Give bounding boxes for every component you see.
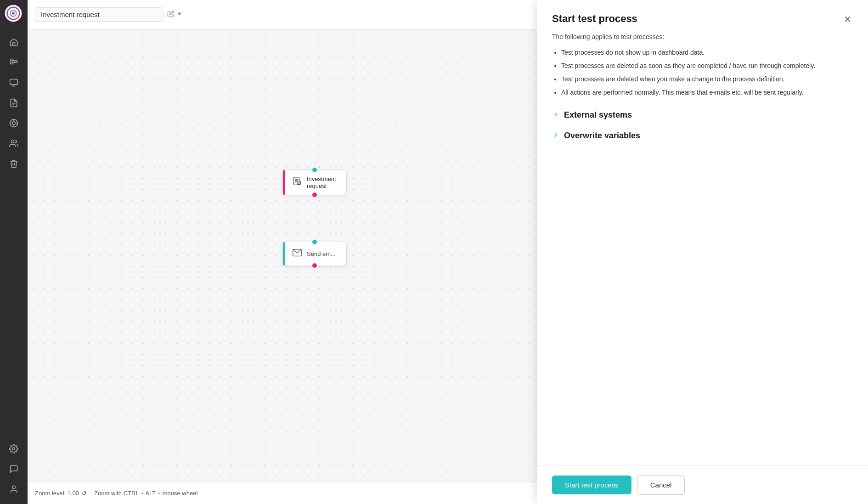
sidebar-item-home[interactable] — [6, 34, 22, 51]
external-systems-section[interactable]: External systems — [552, 108, 853, 122]
node-top-dot-2 — [312, 240, 317, 244]
overwrite-variables-section[interactable]: Overwrite variables — [552, 129, 853, 142]
node-bottom-dot — [312, 193, 317, 197]
zoom-hint-text: Zoom with CTRL + ALT + mouse wheel — [94, 490, 197, 497]
svg-rect-31 — [297, 181, 300, 184]
process-node-investment[interactable]: Investmentrequest — [282, 170, 347, 195]
node-bottom-dot-2 — [312, 263, 317, 268]
list-item: Test processes are deleted when you make… — [561, 74, 853, 84]
sidebar-item-users[interactable] — [6, 135, 22, 152]
sidebar-item-profile[interactable] — [6, 481, 22, 498]
overwrite-variables-label: Overwrite variables — [564, 131, 640, 141]
sidebar — [0, 0, 28, 504]
sidebar-item-settings[interactable] — [6, 441, 22, 457]
external-systems-label: External systems — [564, 110, 632, 120]
sidebar-item-processes[interactable] — [6, 54, 22, 71]
list-item: All actions are performed normally. This… — [561, 88, 853, 97]
svg-point-20 — [11, 140, 14, 143]
start-test-process-button[interactable]: Start test process — [552, 476, 631, 494]
svg-rect-4 — [11, 59, 13, 61]
process-title-input[interactable] — [35, 7, 163, 22]
logo — [5, 5, 23, 23]
svg-rect-9 — [10, 79, 18, 85]
panel-header: Start test process ✕ — [537, 0, 868, 26]
node-left-bar-teal — [283, 242, 285, 266]
panel-close-button[interactable]: ✕ — [842, 13, 853, 26]
svg-point-21 — [13, 448, 15, 450]
panel-body: The following applies to test processes:… — [537, 26, 868, 465]
panel-footer: Start test process Cancel — [537, 465, 868, 504]
svg-point-3 — [12, 12, 15, 15]
svg-rect-5 — [11, 62, 13, 64]
node-top-dot — [312, 168, 317, 172]
list-item: Test processes are deleted as soon as th… — [561, 61, 853, 71]
svg-point-15 — [12, 122, 16, 125]
sidebar-item-tasks[interactable] — [6, 115, 22, 131]
zoom-display: Zoom level: 1.00 ↺ — [35, 490, 87, 497]
process-node-email[interactable]: Send em... — [282, 242, 347, 266]
zoom-reset-icon[interactable]: ↺ — [82, 490, 87, 497]
unsaved-indicator: * — [178, 11, 180, 18]
panel-info-list: Test processes do not show up in dashboa… — [552, 48, 853, 97]
list-item: Test processes do not show up in dashboa… — [561, 48, 853, 57]
node-left-bar — [283, 170, 285, 195]
chevron-right-icon — [552, 111, 559, 120]
main-area: * Investmentrequest Send em... — [28, 0, 868, 504]
sidebar-item-trash[interactable] — [6, 155, 22, 172]
test-process-panel: Start test process ✕ The following appli… — [537, 0, 868, 504]
edit-icon[interactable] — [167, 10, 175, 19]
svg-line-7 — [13, 60, 14, 62]
svg-point-22 — [12, 486, 16, 489]
svg-rect-6 — [15, 61, 17, 62]
chevron-right-icon-2 — [552, 131, 559, 141]
cancel-button[interactable]: Cancel — [637, 475, 685, 495]
panel-title: Start test process — [552, 13, 637, 25]
zoom-level-label: Zoom level: 1.00 — [35, 490, 79, 497]
node-email-label: Send em... — [307, 250, 336, 257]
sidebar-item-reports[interactable] — [6, 95, 22, 111]
node-email-icon — [292, 248, 302, 260]
node-label: Investmentrequest — [307, 176, 336, 189]
sidebar-item-dashboard[interactable] — [6, 74, 22, 91]
sidebar-item-chat[interactable] — [6, 461, 22, 477]
panel-subtitle: The following applies to test processes: — [552, 33, 853, 40]
node-document-icon — [292, 176, 302, 189]
